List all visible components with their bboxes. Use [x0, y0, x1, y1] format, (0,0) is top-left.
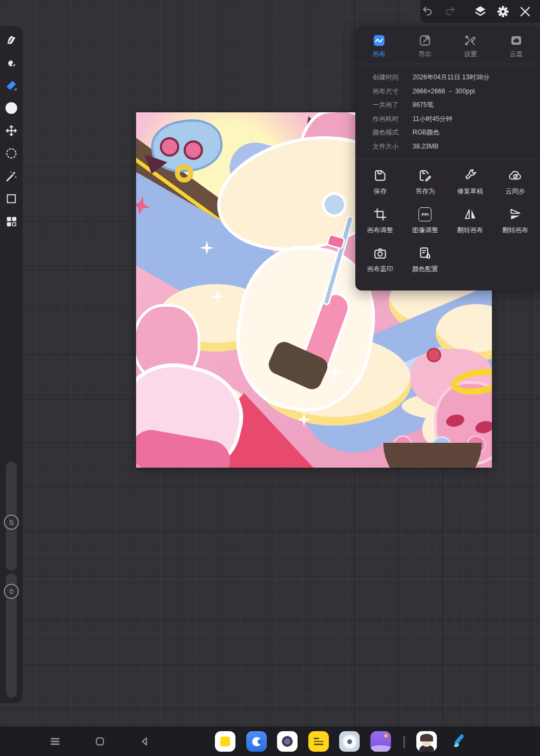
tab-canvas[interactable]: 画布 [373, 34, 386, 59]
layers-icon[interactable] [473, 4, 488, 19]
eraser-tool[interactable] [4, 78, 18, 92]
browser-app-glyph [252, 737, 261, 746]
redo-icon[interactable] [442, 4, 457, 19]
flip-vertical-icon [508, 207, 522, 222]
art-cherry [427, 348, 441, 362]
info-value: 38.23MB [413, 140, 438, 154]
tab-export[interactable]: 导出 [418, 34, 431, 59]
photos-app[interactable] [215, 731, 235, 752]
recents-icon[interactable] [88, 726, 112, 756]
info-row-created: 创建时间 2026年04月11日 13时38分 [373, 71, 540, 85]
cloud-drive-tab-icon [510, 34, 523, 47]
system-taskbar [0, 726, 540, 756]
browser-app[interactable] [246, 731, 267, 752]
tab-label: 画布 [373, 50, 386, 59]
flip-horizontal-icon [463, 207, 477, 222]
size-slider-knob[interactable]: S [4, 515, 19, 530]
color-profile-icon [418, 246, 432, 261]
canvas-stamp-icon [373, 246, 387, 261]
photos-app-glyph [220, 737, 230, 746]
settings-tab-icon [464, 34, 477, 47]
undo-icon[interactable] [420, 4, 435, 19]
canvas-adjust-button[interactable]: 画布调整 [357, 207, 403, 235]
taskbar-divider [403, 736, 405, 748]
image-adjust-icon: PPI [418, 207, 431, 222]
gallery-app[interactable] [370, 731, 391, 752]
info-label: 颜色模式 [373, 126, 413, 140]
tab-label: 导出 [418, 50, 431, 59]
magic-wand-tool[interactable] [4, 169, 18, 183]
art-candy-bowl [383, 443, 482, 468]
panel-actions: 保存 另存为 修复草稿 [355, 159, 540, 274]
gear-icon[interactable] [496, 4, 510, 19]
opacity-slider-knob[interactable]: 0 [4, 584, 19, 599]
avatar-app[interactable] [416, 731, 437, 752]
move-tool[interactable] [4, 124, 18, 138]
paintbrush-app[interactable] [449, 731, 469, 752]
cloud-sync-button[interactable]: 云同步 [493, 168, 538, 196]
settings-app-glyph [344, 736, 355, 747]
art-gold-ring [175, 164, 193, 183]
tab-cloud-drive[interactable]: 云盘 [510, 34, 523, 59]
info-value: 2026年04月11日 13时38分 [413, 71, 490, 85]
info-label: 一共画了 [373, 98, 413, 112]
canvas-tab-icon [373, 34, 386, 47]
flip-canvas-horizontal-button[interactable]: 翻转画布 [448, 207, 493, 235]
repair-draft-button[interactable]: 修复草稿 [448, 168, 493, 196]
info-row-color-mode: 颜色模式 RGB颜色 [373, 126, 540, 140]
close-icon[interactable] [518, 4, 532, 19]
cloud-sync-icon [508, 168, 522, 183]
top-toolbar [420, 0, 540, 23]
panel-tabs: 画布 导出 设置 [355, 26, 540, 64]
save-as-button[interactable]: 另存为 [403, 168, 448, 196]
camera-app[interactable] [277, 731, 298, 752]
info-value: 11小时45分钟 [413, 112, 453, 126]
save-as-icon [418, 168, 432, 183]
tab-label: 设置 [464, 50, 477, 59]
art-bat-goggle [160, 137, 179, 157]
art-bat-goggle [184, 140, 203, 160]
export-tab-icon [418, 34, 431, 47]
flip-canvas-vertical-button[interactable]: 翻转画布 [493, 207, 538, 235]
layers-grid-tool[interactable] [4, 214, 18, 228]
info-label: 文件大小 [373, 140, 413, 154]
info-row-time-spent: 作画耗时 11小时45分钟 [373, 112, 540, 126]
info-label: 作画耗时 [373, 112, 413, 126]
canvas-stamp-button[interactable]: 画布盖印 [357, 246, 403, 274]
save-icon [373, 168, 387, 183]
brush-size-slider[interactable]: S [6, 462, 17, 571]
save-button[interactable]: 保存 [357, 168, 403, 196]
art-wand-orb [322, 192, 347, 217]
opacity-slider[interactable]: 0 [6, 573, 17, 698]
info-row-size: 画布尺寸 2666×2666 － 300ppi [373, 85, 540, 99]
info-value: 8675笔 [413, 98, 434, 112]
info-value: RGB颜色 [413, 126, 440, 140]
tools [0, 26, 23, 228]
image-adjust-button[interactable]: PPI 图像调整 [403, 207, 448, 235]
lasso-tool[interactable] [4, 146, 18, 160]
tab-settings[interactable]: 设置 [464, 34, 477, 59]
menu-icon[interactable] [43, 726, 67, 756]
shape-tool[interactable] [4, 192, 18, 206]
camera-app-glyph [282, 736, 293, 747]
info-value: 2666×2666 － 300ppi [413, 85, 475, 99]
tool-strip: S 0 [0, 26, 23, 703]
color-profile-button[interactable]: 颜色配置 [403, 246, 448, 274]
info-label: 创建时间 [373, 71, 413, 85]
canvas-adjust-icon [373, 207, 387, 222]
color-swatch[interactable] [4, 101, 18, 115]
canvas-settings-panel: 画布 导出 设置 [355, 26, 540, 291]
paint-tool[interactable] [4, 33, 18, 47]
info-row-strokes: 一共画了 8675笔 [373, 98, 540, 112]
smudge-tool[interactable] [4, 56, 18, 70]
repair-draft-icon [463, 168, 477, 183]
notes-app[interactable] [308, 731, 329, 752]
info-label: 画布尺寸 [373, 85, 413, 99]
info-row-file-size: 文件大小 38.23MB [373, 140, 540, 154]
back-icon[interactable] [133, 726, 157, 756]
canvas-info: 创建时间 2026年04月11日 13时38分 画布尺寸 2666×2666 －… [355, 64, 540, 159]
settings-app[interactable] [339, 731, 360, 752]
tab-label: 云盘 [510, 50, 523, 59]
